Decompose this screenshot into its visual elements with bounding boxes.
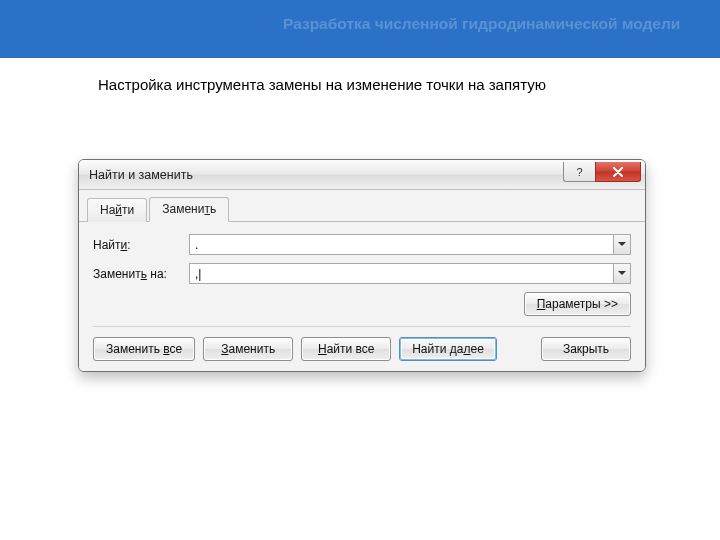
replace-combo	[189, 263, 631, 284]
tab-find[interactable]: Найти	[87, 198, 147, 222]
replace-label: Заменить на:	[93, 267, 189, 281]
find-all-button[interactable]: Найти все	[301, 337, 391, 361]
close-icon	[612, 167, 624, 177]
replace-button-label: аменить	[228, 342, 275, 356]
find-next-button[interactable]: Найти далее	[399, 337, 497, 361]
replace-label-post: на:	[147, 267, 167, 281]
options-button[interactable]: Параметры >>	[524, 292, 631, 316]
chevron-down-icon	[618, 242, 626, 247]
help-button[interactable]: ?	[563, 162, 595, 182]
options-row: Параметры >>	[93, 292, 631, 316]
find-combo	[189, 234, 631, 255]
find-next-post: ее	[470, 342, 483, 356]
replace-input[interactable]	[189, 263, 613, 284]
close-window-button[interactable]	[595, 162, 641, 182]
find-all-label: айти все	[327, 342, 375, 356]
find-input[interactable]	[189, 234, 613, 255]
tab-replace-label-post: ь	[210, 202, 216, 216]
replace-all-button[interactable]: Заменить все	[93, 337, 195, 361]
tab-find-label-post: ти	[122, 203, 134, 217]
dialog-body: Найти: Заменить на:	[79, 222, 645, 371]
find-next-pre: Найти да	[412, 342, 463, 356]
titlebar-buttons: ?	[563, 162, 641, 182]
slide-subtitle: Настройка инструмента замены на изменени…	[98, 76, 720, 93]
find-label-post: :	[127, 238, 130, 252]
find-label: Найти:	[93, 238, 189, 252]
tab-row: Найти Заменить	[79, 190, 645, 222]
action-button-row: Заменить все Заменить Найти все Найти да…	[93, 326, 631, 361]
replace-label-pre: Заменит	[93, 267, 141, 281]
replace-row: Заменить на:	[93, 263, 631, 284]
tab-find-label-pre: На	[100, 203, 115, 217]
dialog-titlebar[interactable]: Найти и заменить ?	[79, 160, 645, 190]
replace-all-post: се	[170, 342, 183, 356]
close-button[interactable]: Закрыть	[541, 337, 631, 361]
find-label-pre: Найт	[93, 238, 121, 252]
chevron-down-icon	[618, 271, 626, 276]
find-row: Найти:	[93, 234, 631, 255]
find-replace-dialog: Найти и заменить ? Найти Заменить	[78, 159, 646, 372]
find-all-accel: Н	[318, 342, 327, 356]
close-button-label: Закрыть	[563, 342, 609, 356]
replace-dropdown-button[interactable]	[613, 263, 631, 284]
tab-replace-label-pre: Замени	[162, 202, 204, 216]
help-icon: ?	[576, 166, 582, 178]
slide-header-title: Разработка численной гидродинамической м…	[283, 14, 680, 35]
replace-all-pre: Заменить	[106, 342, 163, 356]
find-dropdown-button[interactable]	[613, 234, 631, 255]
options-button-accel: П	[537, 297, 546, 311]
button-spacer	[505, 337, 533, 361]
slide-header-bar: Разработка численной гидродинамической м…	[0, 0, 720, 58]
replace-button[interactable]: Заменить	[203, 337, 293, 361]
tab-replace[interactable]: Заменить	[149, 197, 229, 222]
dialog-wrapper: Найти и заменить ? Найти Заменить	[78, 159, 646, 372]
dialog-title-text: Найти и заменить	[89, 168, 193, 182]
options-button-label: араметры >>	[545, 297, 618, 311]
